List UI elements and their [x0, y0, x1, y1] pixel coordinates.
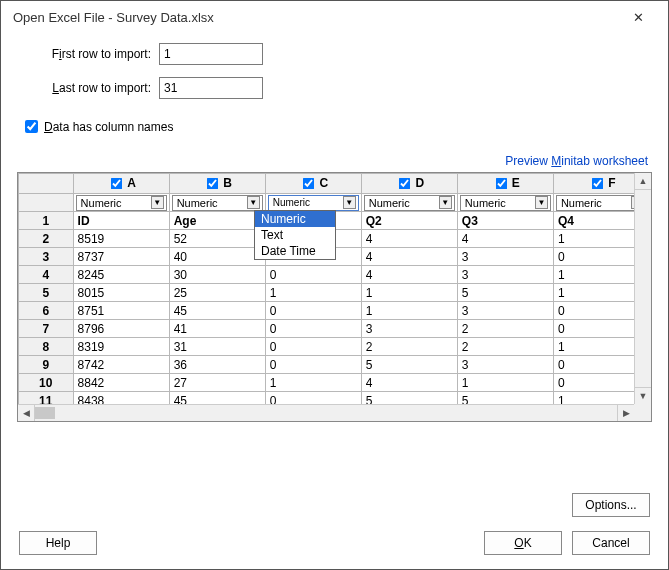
- cell[interactable]: 8751: [73, 302, 169, 320]
- horizontal-scrollbar[interactable]: ◀ ▶: [18, 404, 651, 421]
- cell[interactable]: Q3: [457, 212, 553, 230]
- column-header-B[interactable]: B: [169, 174, 265, 194]
- include-column-B-checkbox[interactable]: [207, 178, 219, 190]
- scroll-thumb[interactable]: [35, 407, 55, 419]
- type-option-date time[interactable]: Date Time: [255, 243, 335, 259]
- chevron-down-icon[interactable]: ▼: [343, 196, 356, 209]
- type-cell-E[interactable]: Numeric▼: [457, 194, 553, 212]
- cell[interactable]: 4: [361, 266, 457, 284]
- cell[interactable]: 8319: [73, 338, 169, 356]
- cell[interactable]: Q2: [361, 212, 457, 230]
- cell[interactable]: 45: [169, 302, 265, 320]
- row-header[interactable]: 4: [19, 266, 74, 284]
- type-cell-A[interactable]: Numeric▼: [73, 194, 169, 212]
- include-column-F-checkbox[interactable]: [592, 178, 604, 190]
- cell[interactable]: 1: [265, 284, 361, 302]
- cell[interactable]: 1: [265, 374, 361, 392]
- include-column-C-checkbox[interactable]: [303, 178, 315, 190]
- type-cell-C[interactable]: Numeric▼: [265, 194, 361, 212]
- row-header[interactable]: 2: [19, 230, 74, 248]
- cell[interactable]: 2: [361, 338, 457, 356]
- include-column-D-checkbox[interactable]: [399, 178, 411, 190]
- cell[interactable]: 30: [169, 266, 265, 284]
- include-column-A-checkbox[interactable]: [111, 178, 123, 190]
- cell[interactable]: 3: [457, 266, 553, 284]
- cell[interactable]: 8015: [73, 284, 169, 302]
- cell[interactable]: 0: [265, 266, 361, 284]
- cell[interactable]: 27: [169, 374, 265, 392]
- last-row-field: Last row to import:: [17, 77, 652, 99]
- column-header-C[interactable]: C: [265, 174, 361, 194]
- cell[interactable]: 1: [361, 284, 457, 302]
- scroll-up-icon[interactable]: ▲: [635, 173, 651, 190]
- cell[interactable]: 52: [169, 230, 265, 248]
- ok-button[interactable]: OK: [484, 531, 562, 555]
- cell[interactable]: 4: [457, 230, 553, 248]
- cell[interactable]: 1: [361, 302, 457, 320]
- chevron-down-icon[interactable]: ▼: [151, 196, 164, 209]
- cell[interactable]: 8737: [73, 248, 169, 266]
- cell[interactable]: 8742: [73, 356, 169, 374]
- cell[interactable]: 8796: [73, 320, 169, 338]
- cell[interactable]: 3: [361, 320, 457, 338]
- row-header[interactable]: 10: [19, 374, 74, 392]
- cell[interactable]: 2: [457, 320, 553, 338]
- scroll-left-icon[interactable]: ◀: [18, 405, 35, 421]
- options-button[interactable]: Options...: [572, 493, 650, 517]
- cell[interactable]: 3: [457, 356, 553, 374]
- cell[interactable]: 1: [457, 374, 553, 392]
- row-header[interactable]: 3: [19, 248, 74, 266]
- last-row-input[interactable]: [159, 77, 263, 99]
- data-names-checkbox[interactable]: [25, 120, 38, 133]
- cell[interactable]: 5: [361, 356, 457, 374]
- chevron-down-icon[interactable]: ▼: [535, 196, 548, 209]
- scroll-right-icon[interactable]: ▶: [617, 405, 634, 421]
- type-dropdown-menu[interactable]: NumericTextDate Time: [254, 210, 336, 260]
- cell[interactable]: 3: [457, 302, 553, 320]
- cell[interactable]: 0: [265, 302, 361, 320]
- preview-worksheet-link[interactable]: Preview Minitab worksheet: [505, 154, 648, 168]
- cell[interactable]: Age: [169, 212, 265, 230]
- cell[interactable]: 31: [169, 338, 265, 356]
- column-header-D[interactable]: D: [361, 174, 457, 194]
- row-header[interactable]: 6: [19, 302, 74, 320]
- type-cell-D[interactable]: Numeric▼: [361, 194, 457, 212]
- row-header[interactable]: 7: [19, 320, 74, 338]
- first-row-input[interactable]: [159, 43, 263, 65]
- cell[interactable]: 3: [457, 248, 553, 266]
- cell[interactable]: ID: [73, 212, 169, 230]
- cell[interactable]: 0: [265, 338, 361, 356]
- column-header-E[interactable]: E: [457, 174, 553, 194]
- cell[interactable]: 2: [457, 338, 553, 356]
- cell[interactable]: 5: [457, 284, 553, 302]
- cell[interactable]: 8842: [73, 374, 169, 392]
- type-row-header: [19, 194, 74, 212]
- scroll-down-icon[interactable]: ▼: [635, 387, 651, 404]
- row-header[interactable]: 9: [19, 356, 74, 374]
- row-header[interactable]: 1: [19, 212, 74, 230]
- type-option-text[interactable]: Text: [255, 227, 335, 243]
- cell[interactable]: 4: [361, 248, 457, 266]
- include-column-E-checkbox[interactable]: [495, 178, 507, 190]
- cell[interactable]: 0: [265, 356, 361, 374]
- row-header[interactable]: 8: [19, 338, 74, 356]
- type-option-numeric[interactable]: Numeric: [255, 211, 335, 227]
- help-button[interactable]: Help: [19, 531, 97, 555]
- cell[interactable]: 36: [169, 356, 265, 374]
- column-header-A[interactable]: A: [73, 174, 169, 194]
- cell[interactable]: 4: [361, 374, 457, 392]
- cell[interactable]: 8245: [73, 266, 169, 284]
- chevron-down-icon[interactable]: ▼: [439, 196, 452, 209]
- cancel-button[interactable]: Cancel: [572, 531, 650, 555]
- type-cell-B[interactable]: Numeric▼: [169, 194, 265, 212]
- cell[interactable]: 4: [361, 230, 457, 248]
- cell[interactable]: 0: [265, 320, 361, 338]
- chevron-down-icon[interactable]: ▼: [247, 196, 260, 209]
- cell[interactable]: 8519: [73, 230, 169, 248]
- close-icon[interactable]: ✕: [618, 3, 658, 31]
- cell[interactable]: 41: [169, 320, 265, 338]
- row-header[interactable]: 5: [19, 284, 74, 302]
- cell[interactable]: 25: [169, 284, 265, 302]
- cell[interactable]: 40: [169, 248, 265, 266]
- vertical-scrollbar[interactable]: ▲ ▼: [634, 173, 651, 404]
